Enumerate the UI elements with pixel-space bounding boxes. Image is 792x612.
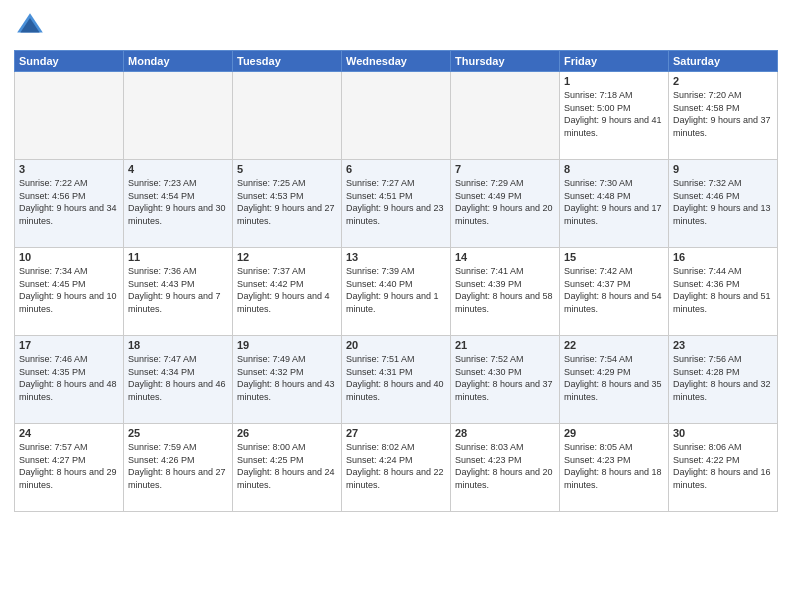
weekday-tuesday: Tuesday (233, 51, 342, 72)
day-cell (342, 72, 451, 160)
day-number: 22 (564, 339, 664, 351)
day-number: 13 (346, 251, 446, 263)
day-info: Sunrise: 8:06 AM Sunset: 4:22 PM Dayligh… (673, 441, 773, 491)
day-info: Sunrise: 7:47 AM Sunset: 4:34 PM Dayligh… (128, 353, 228, 403)
day-cell: 11Sunrise: 7:36 AM Sunset: 4:43 PM Dayli… (124, 248, 233, 336)
day-info: Sunrise: 8:05 AM Sunset: 4:23 PM Dayligh… (564, 441, 664, 491)
day-number: 15 (564, 251, 664, 263)
day-info: Sunrise: 7:59 AM Sunset: 4:26 PM Dayligh… (128, 441, 228, 491)
day-info: Sunrise: 7:54 AM Sunset: 4:29 PM Dayligh… (564, 353, 664, 403)
day-number: 20 (346, 339, 446, 351)
day-cell: 23Sunrise: 7:56 AM Sunset: 4:28 PM Dayli… (669, 336, 778, 424)
day-cell: 3Sunrise: 7:22 AM Sunset: 4:56 PM Daylig… (15, 160, 124, 248)
day-cell (451, 72, 560, 160)
day-number: 16 (673, 251, 773, 263)
day-cell: 29Sunrise: 8:05 AM Sunset: 4:23 PM Dayli… (560, 424, 669, 512)
day-info: Sunrise: 7:34 AM Sunset: 4:45 PM Dayligh… (19, 265, 119, 315)
day-number: 3 (19, 163, 119, 175)
weekday-monday: Monday (124, 51, 233, 72)
day-cell: 24Sunrise: 7:57 AM Sunset: 4:27 PM Dayli… (15, 424, 124, 512)
day-cell: 5Sunrise: 7:25 AM Sunset: 4:53 PM Daylig… (233, 160, 342, 248)
day-info: Sunrise: 7:49 AM Sunset: 4:32 PM Dayligh… (237, 353, 337, 403)
week-row-4: 24Sunrise: 7:57 AM Sunset: 4:27 PM Dayli… (15, 424, 778, 512)
week-row-1: 3Sunrise: 7:22 AM Sunset: 4:56 PM Daylig… (15, 160, 778, 248)
weekday-saturday: Saturday (669, 51, 778, 72)
day-number: 9 (673, 163, 773, 175)
day-cell: 2Sunrise: 7:20 AM Sunset: 4:58 PM Daylig… (669, 72, 778, 160)
day-cell: 17Sunrise: 7:46 AM Sunset: 4:35 PM Dayli… (15, 336, 124, 424)
weekday-header-row: SundayMondayTuesdayWednesdayThursdayFrid… (15, 51, 778, 72)
day-cell: 12Sunrise: 7:37 AM Sunset: 4:42 PM Dayli… (233, 248, 342, 336)
day-cell (233, 72, 342, 160)
week-row-2: 10Sunrise: 7:34 AM Sunset: 4:45 PM Dayli… (15, 248, 778, 336)
day-cell: 9Sunrise: 7:32 AM Sunset: 4:46 PM Daylig… (669, 160, 778, 248)
day-info: Sunrise: 7:56 AM Sunset: 4:28 PM Dayligh… (673, 353, 773, 403)
day-number: 27 (346, 427, 446, 439)
day-info: Sunrise: 7:32 AM Sunset: 4:46 PM Dayligh… (673, 177, 773, 227)
day-info: Sunrise: 7:25 AM Sunset: 4:53 PM Dayligh… (237, 177, 337, 227)
day-cell: 6Sunrise: 7:27 AM Sunset: 4:51 PM Daylig… (342, 160, 451, 248)
day-number: 2 (673, 75, 773, 87)
day-cell: 25Sunrise: 7:59 AM Sunset: 4:26 PM Dayli… (124, 424, 233, 512)
day-number: 6 (346, 163, 446, 175)
week-row-0: 1Sunrise: 7:18 AM Sunset: 5:00 PM Daylig… (15, 72, 778, 160)
day-cell: 30Sunrise: 8:06 AM Sunset: 4:22 PM Dayli… (669, 424, 778, 512)
day-info: Sunrise: 7:20 AM Sunset: 4:58 PM Dayligh… (673, 89, 773, 139)
day-info: Sunrise: 7:51 AM Sunset: 4:31 PM Dayligh… (346, 353, 446, 403)
day-info: Sunrise: 8:02 AM Sunset: 4:24 PM Dayligh… (346, 441, 446, 491)
page: SundayMondayTuesdayWednesdayThursdayFrid… (0, 0, 792, 612)
day-cell: 14Sunrise: 7:41 AM Sunset: 4:39 PM Dayli… (451, 248, 560, 336)
day-cell: 27Sunrise: 8:02 AM Sunset: 4:24 PM Dayli… (342, 424, 451, 512)
day-info: Sunrise: 7:29 AM Sunset: 4:49 PM Dayligh… (455, 177, 555, 227)
day-info: Sunrise: 7:46 AM Sunset: 4:35 PM Dayligh… (19, 353, 119, 403)
day-number: 17 (19, 339, 119, 351)
calendar: SundayMondayTuesdayWednesdayThursdayFrid… (14, 50, 778, 512)
day-number: 26 (237, 427, 337, 439)
day-cell: 13Sunrise: 7:39 AM Sunset: 4:40 PM Dayli… (342, 248, 451, 336)
day-cell: 8Sunrise: 7:30 AM Sunset: 4:48 PM Daylig… (560, 160, 669, 248)
day-number: 23 (673, 339, 773, 351)
week-row-3: 17Sunrise: 7:46 AM Sunset: 4:35 PM Dayli… (15, 336, 778, 424)
day-number: 24 (19, 427, 119, 439)
day-cell: 18Sunrise: 7:47 AM Sunset: 4:34 PM Dayli… (124, 336, 233, 424)
day-number: 28 (455, 427, 555, 439)
day-cell: 15Sunrise: 7:42 AM Sunset: 4:37 PM Dayli… (560, 248, 669, 336)
weekday-thursday: Thursday (451, 51, 560, 72)
day-cell (15, 72, 124, 160)
day-cell: 20Sunrise: 7:51 AM Sunset: 4:31 PM Dayli… (342, 336, 451, 424)
day-number: 11 (128, 251, 228, 263)
day-number: 10 (19, 251, 119, 263)
day-cell: 4Sunrise: 7:23 AM Sunset: 4:54 PM Daylig… (124, 160, 233, 248)
day-info: Sunrise: 7:30 AM Sunset: 4:48 PM Dayligh… (564, 177, 664, 227)
day-number: 29 (564, 427, 664, 439)
logo (14, 10, 50, 42)
day-number: 30 (673, 427, 773, 439)
day-number: 18 (128, 339, 228, 351)
day-number: 21 (455, 339, 555, 351)
day-number: 7 (455, 163, 555, 175)
day-number: 1 (564, 75, 664, 87)
day-info: Sunrise: 7:41 AM Sunset: 4:39 PM Dayligh… (455, 265, 555, 315)
day-number: 19 (237, 339, 337, 351)
day-cell: 7Sunrise: 7:29 AM Sunset: 4:49 PM Daylig… (451, 160, 560, 248)
day-info: Sunrise: 7:18 AM Sunset: 5:00 PM Dayligh… (564, 89, 664, 139)
day-info: Sunrise: 7:39 AM Sunset: 4:40 PM Dayligh… (346, 265, 446, 315)
weekday-friday: Friday (560, 51, 669, 72)
day-info: Sunrise: 7:22 AM Sunset: 4:56 PM Dayligh… (19, 177, 119, 227)
day-info: Sunrise: 7:57 AM Sunset: 4:27 PM Dayligh… (19, 441, 119, 491)
day-info: Sunrise: 7:23 AM Sunset: 4:54 PM Dayligh… (128, 177, 228, 227)
day-number: 12 (237, 251, 337, 263)
day-cell: 26Sunrise: 8:00 AM Sunset: 4:25 PM Dayli… (233, 424, 342, 512)
day-info: Sunrise: 8:03 AM Sunset: 4:23 PM Dayligh… (455, 441, 555, 491)
day-number: 25 (128, 427, 228, 439)
day-cell: 1Sunrise: 7:18 AM Sunset: 5:00 PM Daylig… (560, 72, 669, 160)
day-cell: 22Sunrise: 7:54 AM Sunset: 4:29 PM Dayli… (560, 336, 669, 424)
day-info: Sunrise: 7:36 AM Sunset: 4:43 PM Dayligh… (128, 265, 228, 315)
logo-icon (14, 10, 46, 42)
day-cell (124, 72, 233, 160)
weekday-sunday: Sunday (15, 51, 124, 72)
day-info: Sunrise: 8:00 AM Sunset: 4:25 PM Dayligh… (237, 441, 337, 491)
day-number: 8 (564, 163, 664, 175)
day-cell: 19Sunrise: 7:49 AM Sunset: 4:32 PM Dayli… (233, 336, 342, 424)
day-info: Sunrise: 7:37 AM Sunset: 4:42 PM Dayligh… (237, 265, 337, 315)
